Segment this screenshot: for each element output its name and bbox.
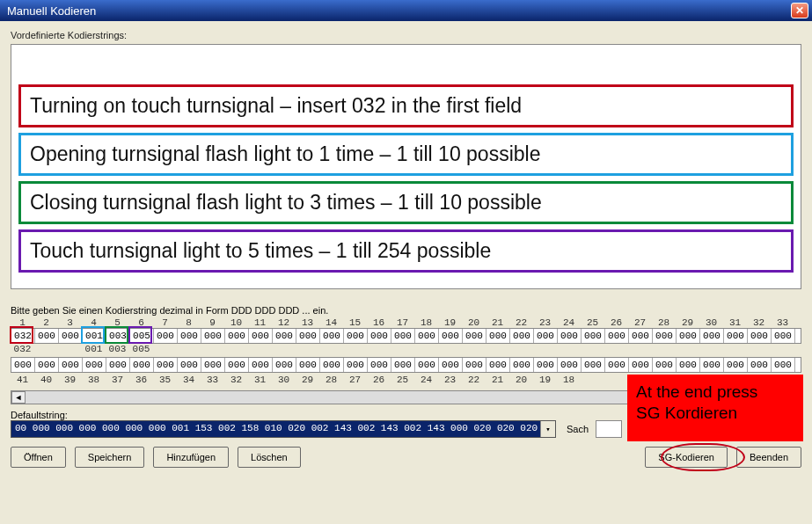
instruction-3: Closing turnsignal flash light to 3 time… bbox=[18, 181, 794, 224]
code-cell: 000 bbox=[700, 329, 724, 343]
ruler-cell: 10 bbox=[224, 317, 248, 328]
add-button[interactable]: Hinzufügen bbox=[153, 447, 229, 468]
code-row-2[interactable]: 0000000000000000000000000000000000000000… bbox=[11, 357, 801, 373]
default-echo-cell bbox=[723, 344, 747, 354]
default-echo-cell bbox=[509, 344, 533, 354]
ruler-cell: 7 bbox=[153, 317, 177, 328]
ruler-cell: 40 bbox=[34, 375, 58, 385]
ruler-cell: 16 bbox=[367, 317, 391, 328]
default-echo-cell bbox=[296, 344, 319, 354]
default-echo-cell bbox=[343, 344, 367, 354]
defaultstring-select[interactable]: 00 000 000 000 000 000 000 001 153 002 1… bbox=[11, 420, 556, 438]
ruler-cell: 31 bbox=[723, 317, 747, 328]
ruler-cell: 33 bbox=[201, 375, 224, 385]
save-button[interactable]: Speichern bbox=[75, 447, 145, 468]
ruler-cell: 20 bbox=[509, 375, 533, 385]
default-echo-cell bbox=[652, 344, 676, 354]
ruler-cell: 27 bbox=[628, 317, 652, 328]
ruler-cell: 33 bbox=[771, 317, 794, 328]
code-cell: 000 bbox=[700, 358, 724, 372]
code-cell: 000 bbox=[748, 329, 772, 343]
predefined-label: Vordefinierte Kodierstrings: bbox=[11, 30, 801, 40]
code-cell: 000 bbox=[463, 358, 486, 372]
ruler-cell: 25 bbox=[581, 317, 604, 328]
callout-line-2: SG Kordieren bbox=[636, 403, 794, 424]
code-row-1[interactable]: 0320000000010030050000000000000000000000… bbox=[11, 328, 801, 344]
ruler-cell: 2 bbox=[34, 317, 58, 328]
ruler-cell: 9 bbox=[201, 317, 224, 328]
callout-line-1: At the end press bbox=[636, 382, 794, 403]
default-echo-cell bbox=[58, 344, 82, 354]
ruler-top: 1234567891011121314151617181920212223242… bbox=[11, 317, 801, 328]
open-button[interactable]: Öffnen bbox=[11, 447, 66, 468]
code-cell: 000 bbox=[605, 358, 629, 372]
code-cell: 000 bbox=[130, 358, 154, 372]
ruler-cell: 18 bbox=[557, 375, 581, 385]
code-cell: 000 bbox=[35, 329, 59, 343]
button-row: Öffnen Speichern Hinzufügen Löschen SG-K… bbox=[11, 447, 801, 468]
ruler-cell: 12 bbox=[272, 317, 296, 328]
sach-input[interactable] bbox=[596, 420, 622, 438]
close-button[interactable]: ✕ bbox=[791, 3, 808, 18]
code-cell: 000 bbox=[677, 329, 700, 343]
code-cell: 000 bbox=[391, 329, 415, 343]
code-cell: 000 bbox=[249, 329, 273, 343]
code-cell: 000 bbox=[510, 329, 534, 343]
ruler-cell: 21 bbox=[486, 317, 509, 328]
code-cell: 000 bbox=[83, 358, 106, 372]
default-echo-cell bbox=[771, 344, 794, 354]
default-echo-cell bbox=[153, 344, 177, 354]
code-cell: 000 bbox=[368, 329, 391, 343]
default-echo-cell bbox=[391, 344, 414, 354]
instruction-panel: Turning on touch turnsignal – insert 032… bbox=[11, 76, 801, 289]
code-cell: 000 bbox=[486, 329, 510, 343]
code-cell: 000 bbox=[391, 358, 415, 372]
ruler-cell: 38 bbox=[82, 375, 106, 385]
ruler-cell: 31 bbox=[248, 375, 272, 385]
code-cell: 005 bbox=[130, 329, 154, 343]
sach-label: Sach bbox=[567, 424, 589, 434]
chevron-left-icon: ◄ bbox=[15, 393, 23, 402]
code-cell: 000 bbox=[724, 358, 748, 372]
code-cell: 000 bbox=[724, 329, 748, 343]
predefined-textarea[interactable] bbox=[11, 44, 801, 76]
default-echo-cell bbox=[177, 344, 201, 354]
ruler-cell: 32 bbox=[224, 375, 248, 385]
ruler-cell: 37 bbox=[106, 375, 129, 385]
code-cell: 000 bbox=[320, 358, 344, 372]
code-cell: 000 bbox=[249, 358, 273, 372]
sgkodieren-button[interactable]: SG-Kodieren bbox=[645, 447, 728, 468]
code-cell: 000 bbox=[629, 358, 653, 372]
code-cell: 000 bbox=[534, 329, 558, 343]
code-cell: 000 bbox=[154, 358, 178, 372]
delete-button[interactable]: Löschen bbox=[238, 447, 301, 468]
end-button[interactable]: Beenden bbox=[736, 447, 801, 468]
code-cell: 000 bbox=[439, 329, 463, 343]
chevron-down-icon: ▾ bbox=[540, 421, 555, 437]
default-echo-cell bbox=[462, 344, 486, 354]
code-cell: 000 bbox=[296, 329, 320, 343]
ruler-cell: 30 bbox=[272, 375, 296, 385]
ruler-cell: 5 bbox=[106, 317, 129, 328]
ruler-cell: 20 bbox=[462, 317, 486, 328]
default-echo-cell bbox=[628, 344, 652, 354]
ruler-cell: 35 bbox=[153, 375, 177, 385]
default-echo-cell bbox=[224, 344, 248, 354]
ruler-cell: 8 bbox=[177, 317, 201, 328]
scroll-left-button[interactable]: ◄ bbox=[11, 391, 26, 404]
ruler-cell: 29 bbox=[676, 317, 699, 328]
code-cell: 000 bbox=[653, 329, 677, 343]
code-cell: 000 bbox=[415, 358, 439, 372]
ruler-cell: 6 bbox=[129, 317, 153, 328]
code-row-1-wrap: 0320000000010030050000000000000000000000… bbox=[11, 328, 801, 344]
code-cell: 000 bbox=[772, 358, 795, 372]
default-echo-cell bbox=[319, 344, 343, 354]
input-prompt: Bitte geben Sie einen Kodierstring dezim… bbox=[11, 305, 801, 316]
default-echo-cell bbox=[272, 344, 296, 354]
code-cell: 000 bbox=[273, 329, 296, 343]
instruction-2: Opening turnsignal flash light to 1 time… bbox=[18, 133, 794, 176]
code-cell: 000 bbox=[225, 358, 249, 372]
code-cell: 000 bbox=[178, 329, 201, 343]
window-title: Manuell Kodieren bbox=[7, 4, 96, 18]
ruler-cell: 26 bbox=[367, 375, 391, 385]
